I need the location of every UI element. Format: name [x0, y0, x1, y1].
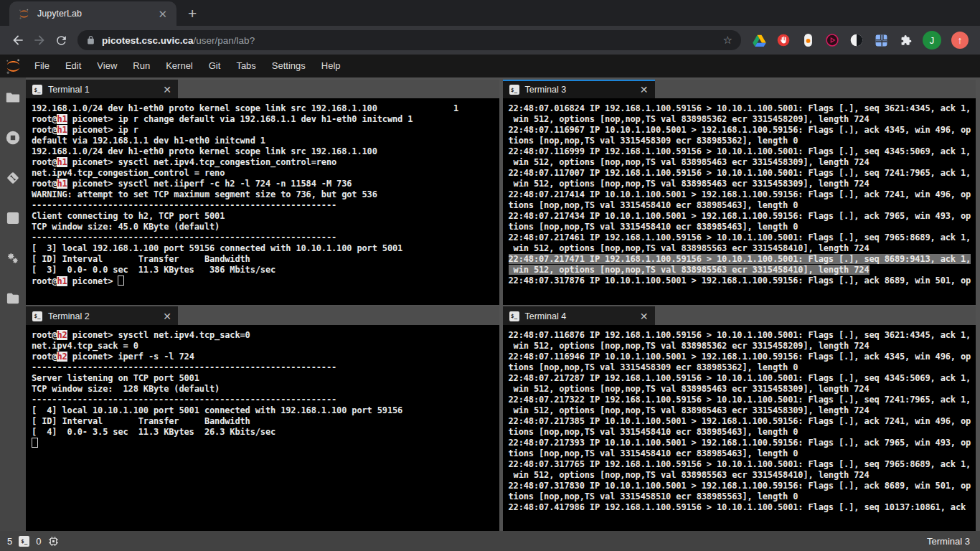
- terminal-line: tions [nop,nop,TS val 3315458410 ecr 838…: [509, 448, 971, 459]
- terminal-line: root@h1 piconet>: [32, 276, 494, 287]
- terminal-icon: $_: [32, 311, 42, 321]
- terminal-line: TCP window size: 45.0 KByte (default): [32, 222, 494, 232]
- terminal-line: net.ipv4.tcp_congestion_control = reno: [32, 168, 494, 179]
- terminal-line: 22:48:07.116967 IP 10.10.1.100.5001 > 19…: [509, 125, 971, 136]
- terminal-line: 22:48:07.417986 IP 192.168.1.100.59156 >…: [509, 502, 971, 513]
- close-icon[interactable]: ✕: [640, 85, 649, 95]
- current-widget-label: Terminal 3: [927, 536, 973, 547]
- terminal-line: 22:48:07.116946 IP 10.10.1.100.5001 > 19…: [509, 352, 971, 362]
- terminal-line: win 512, options [nop,nop,TS val 8389854…: [509, 179, 971, 189]
- menu-item-run[interactable]: Run: [125, 55, 158, 77]
- chrome-update-icon[interactable]: ↑: [951, 32, 969, 49]
- menu-item-edit[interactable]: Edit: [57, 55, 89, 77]
- terminal-panel-terminal-1: $_ Terminal 1 ✕ 192.168.1.0/24 dev h1-et…: [26, 80, 499, 305]
- open-tabs-icon[interactable]: [4, 290, 22, 307]
- terminal-line: win 512, options [nop,nop,TS val 8389853…: [509, 114, 971, 125]
- terminal-line: ----------------------------------------…: [32, 395, 494, 405]
- running-sessions-status[interactable]: 5 $_ 0: [7, 535, 60, 547]
- close-icon[interactable]: ✕: [163, 311, 171, 321]
- terminal-line: 22:48:07.217385 IP 10.10.1.100.5001 > 19…: [509, 416, 971, 427]
- terminal-icon: $_: [509, 85, 519, 95]
- terminal-line: 22:48:07.117007 IP 192.168.1.100.59156 >…: [509, 168, 971, 179]
- terminal-line: tions [nop,nop,TS val 3315458309 ecr 838…: [509, 136, 971, 146]
- terminal-tab[interactable]: $_ Terminal 3 ✕: [503, 80, 655, 98]
- terminal-line: Server listening on TCP port 5001: [32, 373, 494, 384]
- terminal-cursor: [118, 276, 124, 286]
- browser-tab[interactable]: JupyterLab ✕: [9, 1, 176, 26]
- pill-dot-icon[interactable]: [801, 33, 815, 47]
- terminal-output[interactable]: 22:48:07.116876 IP 192.168.1.100.59156 >…: [503, 325, 976, 532]
- play-circle-icon[interactable]: [825, 33, 839, 47]
- tab-close-icon[interactable]: ✕: [154, 7, 171, 21]
- browser-tab-strip: JupyterLab ✕ +: [0, 0, 980, 26]
- terminal-line: [ 3] 0.0- 0.0 sec 11.3 KBytes 386 Mbits/…: [32, 265, 494, 276]
- terminal-line: win 512, options [nop,nop,TS val 8389854…: [509, 384, 971, 395]
- menu-item-kernel[interactable]: Kernel: [158, 55, 201, 77]
- dark-reader-moon-icon[interactable]: [849, 33, 864, 47]
- terminal-tab-title: Terminal 1: [48, 85, 90, 95]
- terminal-tab[interactable]: $_ Terminal 1 ✕: [26, 80, 178, 98]
- forward-icon[interactable]: [29, 29, 50, 51]
- profile-avatar[interactable]: J: [923, 31, 941, 50]
- lock-icon[interactable]: [86, 35, 95, 45]
- terminal-output[interactable]: root@h2 piconet> sysctl net.ipv4.tcp_sac…: [26, 325, 499, 532]
- inspector-icon[interactable]: [4, 209, 22, 227]
- terminal-line: 22:48:07.217471 IP 192.168.1.100.59156 >…: [509, 254, 971, 265]
- panel-tabbar: $_ Terminal 4 ✕: [503, 306, 976, 325]
- panel-tabbar: $_ Terminal 1 ✕: [26, 80, 499, 98]
- panel-tabbar: $_ Terminal 3 ✕: [503, 80, 976, 98]
- terminal-line: 22:48:07.116876 IP 192.168.1.100.59156 >…: [509, 330, 971, 341]
- menu-item-help[interactable]: Help: [314, 55, 349, 77]
- terminal-output[interactable]: 192.168.1.0/24 dev h1-eth0 proto kernel …: [26, 98, 499, 305]
- terminal-panel-terminal-4: $_ Terminal 4 ✕ 22:48:07.116876 IP 192.1…: [503, 306, 976, 532]
- terminal-line: tions [nop,nop,TS val 3315458410 ecr 838…: [509, 427, 971, 438]
- terminal-line: 22:48:07.217287 IP 192.168.1.100.59156 >…: [509, 373, 971, 384]
- terminal-line: root@h1 piconet> sysctl net.iiperf -c h2…: [32, 179, 494, 189]
- terminal-line: 22:48:07.116999 IP 192.168.1.100.59156 >…: [509, 146, 971, 157]
- terminal-output[interactable]: 22:48:07.016824 IP 192.168.1.100.59156 >…: [503, 98, 976, 305]
- terminal-icon: $_: [509, 311, 519, 321]
- menu-item-view[interactable]: View: [89, 55, 125, 77]
- address-bar[interactable]: picotest.csc.uvic.ca/user/pan/lab? ☆: [77, 30, 741, 50]
- terminal-line: Client connecting to h2, TCP port 5001: [32, 211, 494, 222]
- close-icon[interactable]: ✕: [163, 85, 171, 95]
- reload-icon[interactable]: [50, 29, 72, 51]
- jupyter-favicon-icon: [18, 8, 30, 20]
- adblock-hand-icon[interactable]: [776, 33, 791, 47]
- terminal-line: ----------------------------------------…: [32, 232, 494, 243]
- terminal-cursor: [32, 438, 38, 448]
- terminal-line: [ ID] Interval Transfer Bandwidth: [32, 254, 494, 265]
- terminal-line: 22:48:07.317830 IP 10.10.1.100.5001 > 19…: [509, 481, 971, 491]
- panel-tabbar: $_ Terminal 2 ✕: [26, 306, 499, 325]
- terminal-line: tions [nop,nop,TS val 3315458309 ecr 838…: [509, 362, 971, 373]
- terminal-line: win 512, options [nop,nop,TS val 8389855…: [509, 265, 971, 276]
- terminal-line: net.ipv4.tcp_sack = 0: [32, 341, 494, 352]
- terminal-line: 22:48:07.217322 IP 192.168.1.100.59156 >…: [509, 395, 971, 405]
- puzzle-extensions-icon[interactable]: [898, 33, 913, 47]
- bookmark-star-icon[interactable]: ☆: [723, 34, 732, 47]
- new-tab-button[interactable]: +: [188, 6, 197, 21]
- git-icon[interactable]: [4, 169, 22, 187]
- settings-gears-icon[interactable]: [4, 250, 22, 267]
- left-sidebar: [0, 77, 26, 531]
- terminal-line: 22:48:07.217393 IP 10.10.1.100.5001 > 19…: [509, 438, 971, 448]
- terminal-tab[interactable]: $_ Terminal 2 ✕: [26, 306, 178, 325]
- close-icon[interactable]: ✕: [640, 311, 649, 321]
- file-browser-folder-icon[interactable]: [4, 89, 22, 106]
- terminal-tab[interactable]: $_ Terminal 4 ✕: [503, 306, 655, 325]
- tab-grid-icon[interactable]: [874, 33, 888, 47]
- drive-icon[interactable]: [752, 33, 766, 47]
- back-icon[interactable]: [7, 29, 29, 51]
- menu-item-git[interactable]: Git: [201, 55, 229, 77]
- running-kernels-icon[interactable]: [4, 129, 22, 146]
- menu-item-tabs[interactable]: Tabs: [228, 55, 263, 77]
- terminal-line: [ 4] local 10.10.1.100 port 5001 connect…: [32, 405, 494, 416]
- terminal-line: win 512, options [nop,nop,TS val 8389855…: [509, 470, 971, 481]
- menu-item-file[interactable]: File: [27, 55, 57, 77]
- terminal-line: 192.168.1.0/24 dev h1-eth0 proto kernel …: [32, 103, 494, 114]
- terminal-tab-title: Terminal 4: [525, 311, 567, 321]
- dock-panel: $_ Terminal 1 ✕ 192.168.1.0/24 dev h1-et…: [26, 77, 980, 531]
- menu-item-settings[interactable]: Settings: [264, 55, 314, 77]
- terminal-line: ----------------------------------------…: [32, 200, 494, 211]
- terminal-line: 22:48:07.217414 IP 10.10.1.100.5001 > 19…: [509, 189, 971, 200]
